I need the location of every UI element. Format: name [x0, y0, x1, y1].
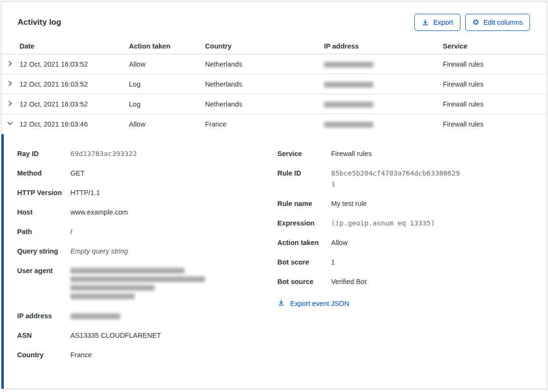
detail-value: Allow: [331, 237, 348, 248]
detail-value: www.example.com: [70, 207, 128, 218]
column-header-service: Service: [443, 42, 547, 50]
detail-row-service: Service Firewall rules: [277, 148, 529, 159]
cell-action: Allow: [129, 120, 205, 128]
table-header-row: Date Action taken Country IP address Ser…: [1, 39, 547, 54]
detail-value: My test rule: [331, 198, 367, 209]
detail-value: GET: [70, 168, 85, 179]
detail-row-action-taken: Action taken Allow: [277, 237, 529, 248]
column-header-country: Country: [205, 42, 324, 50]
cell-country: Netherlands: [205, 80, 324, 88]
detail-label: Rule ID: [277, 168, 331, 190]
collapse-row-button[interactable]: [1, 119, 20, 129]
expand-row-button[interactable]: [1, 79, 20, 89]
cell-country: Netherlands: [205, 100, 324, 108]
detail-label: Service: [277, 148, 331, 159]
expand-row-button[interactable]: [1, 59, 20, 69]
detail-row-bot-score: Bot score 1: [277, 257, 529, 268]
chevron-right-icon: [6, 59, 14, 69]
detail-label: Host: [17, 207, 70, 218]
export-event-json-label: Export event JSON: [290, 300, 349, 307]
cell-date: 12 Oct, 2021 16:03:52: [20, 100, 129, 108]
detail-label: ASN: [17, 330, 70, 341]
export-button-label: Export: [433, 18, 453, 27]
cell-date: 12 Oct, 2021 16:03:52: [20, 60, 129, 68]
table-row[interactable]: 12 Oct, 2021 16:03:52 Log Netherlands Fi…: [1, 94, 547, 114]
detail-column-right: Service Firewall rules Rule ID 85bce5b20…: [277, 148, 529, 374]
cell-country: Netherlands: [205, 60, 324, 68]
detail-row-http-version: HTTP Version HTTP/1.1: [17, 187, 277, 198]
page-title: Activity log: [18, 18, 61, 27]
cell-action: Log: [129, 80, 205, 88]
detail-row-asn: ASN AS13335 CLOUDFLARENET: [17, 330, 277, 341]
table-row[interactable]: 12 Oct, 2021 16:03:52 Allow Netherlands …: [1, 54, 547, 74]
cell-service: Firewall rules: [443, 120, 547, 128]
detail-row-bot-source: Bot source Verified Bot: [277, 276, 529, 287]
detail-label: User agent: [17, 265, 70, 302]
chevron-right-icon: [6, 99, 14, 109]
detail-value: 1: [331, 257, 335, 268]
cell-action: Log: [129, 100, 205, 108]
detail-row-method: Method GET: [17, 168, 277, 179]
detail-row-host: Host www.example.com: [17, 207, 277, 218]
detail-row-user-agent: User agent: [17, 265, 277, 302]
detail-row-rule-name: Rule name My test rule: [277, 198, 529, 209]
detail-label: Method: [17, 168, 70, 179]
gear-icon: ⚙: [472, 19, 479, 26]
table-row-expanded[interactable]: 12 Oct, 2021 16:03:46 Allow France Firew…: [1, 114, 547, 134]
detail-label: Query string: [17, 246, 70, 257]
expand-row-button[interactable]: [1, 99, 20, 109]
cell-date: 12 Oct, 2021 16:03:52: [20, 80, 129, 88]
detail-value: /: [70, 226, 72, 237]
detail-label: Bot source: [277, 276, 331, 287]
activity-log-table: Date Action taken Country IP address Ser…: [1, 39, 547, 134]
edit-columns-button-label: Edit columns: [483, 18, 523, 27]
detail-value: (ip.geoip.asnum eq 13335): [331, 218, 435, 229]
detail-label: Bot score: [277, 257, 331, 268]
detail-row-ip-address: IP address: [17, 311, 277, 322]
detail-value-redacted: [70, 265, 205, 302]
download-icon: [421, 19, 429, 26]
detail-label: Ray ID: [17, 148, 70, 159]
cell-ip-redacted: [324, 80, 443, 88]
toolbar: Export ⚙ Edit columns: [414, 14, 530, 31]
detail-row-query-string: Query string Empty query string: [17, 246, 277, 257]
export-event-json-link[interactable]: Export event JSON: [277, 299, 529, 308]
detail-value: 85bce5b204cf4703a764dcb633886291: [331, 168, 463, 190]
detail-column-left: Ray ID 69d13783ac393322 Method GET HTTP …: [17, 148, 277, 374]
event-detail-panel: Ray ID 69d13783ac393322 Method GET HTTP …: [1, 134, 547, 389]
cell-service: Firewall rules: [443, 60, 547, 68]
cell-action: Allow: [129, 60, 205, 68]
detail-label: Rule name: [277, 198, 331, 209]
export-button[interactable]: Export: [414, 14, 460, 31]
detail-value: Empty query string: [70, 246, 128, 257]
detail-label: Path: [17, 226, 70, 237]
detail-row-expression: Expression (ip.geoip.asnum eq 13335): [277, 218, 529, 229]
cell-ip-redacted: [324, 100, 443, 108]
activity-log-card: Activity log Export ⚙ Edit columns Date …: [1, 1, 547, 389]
cell-country: France: [205, 120, 324, 128]
cell-ip-redacted: [324, 120, 443, 128]
detail-label: Country: [17, 350, 70, 361]
detail-row-path: Path /: [17, 226, 277, 237]
detail-value: France: [70, 350, 92, 361]
card-header: Activity log Export ⚙ Edit columns: [1, 1, 547, 31]
edit-columns-button[interactable]: ⚙ Edit columns: [465, 14, 530, 31]
column-header-action: Action taken: [129, 42, 205, 50]
table-row[interactable]: 12 Oct, 2021 16:03:52 Log Netherlands Fi…: [1, 74, 547, 94]
detail-value: Verified Bot: [331, 276, 366, 287]
detail-value: AS13335 CLOUDFLARENET: [70, 330, 161, 341]
detail-label: HTTP Version: [17, 187, 70, 198]
detail-row-rule-id: Rule ID 85bce5b204cf4703a764dcb633886291: [277, 168, 529, 190]
detail-value: Firewall rules: [331, 148, 372, 159]
detail-label: IP address: [17, 311, 70, 322]
chevron-right-icon: [6, 79, 14, 89]
column-header-ip: IP address: [324, 42, 443, 50]
detail-label: Expression: [277, 218, 331, 229]
detail-value: HTTP/1.1: [70, 187, 100, 198]
column-header-date: Date: [20, 42, 129, 50]
detail-value-redacted: [70, 311, 120, 322]
detail-label: Action taken: [277, 237, 331, 248]
cell-service: Firewall rules: [443, 80, 547, 88]
chevron-down-icon: [6, 119, 14, 129]
detail-row-ray-id: Ray ID 69d13783ac393322: [17, 148, 277, 159]
